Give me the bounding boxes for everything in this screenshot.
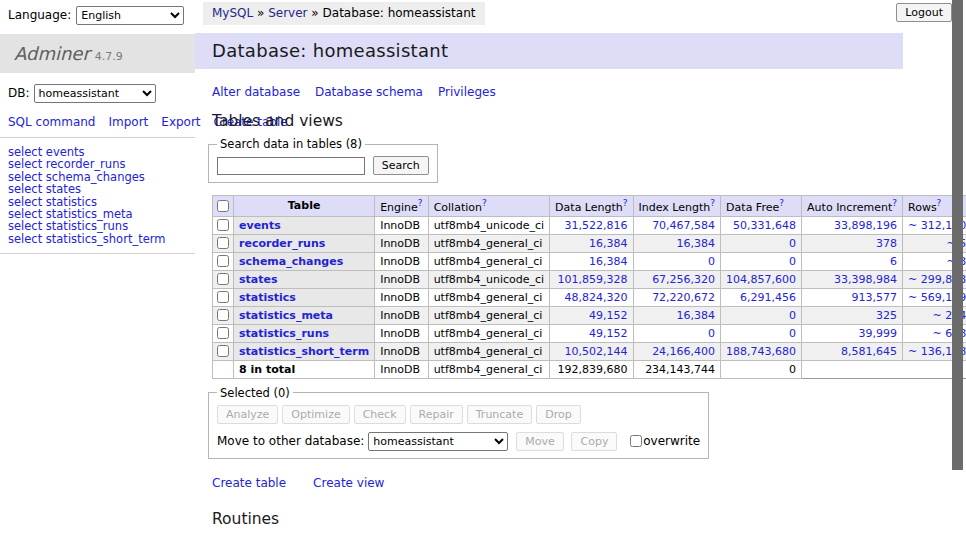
select-all-checkbox[interactable] xyxy=(217,200,229,212)
cell-value-link[interactable]: 325 xyxy=(876,309,897,322)
table-row: statisticsInnoDButf8mb4_general_ci48,824… xyxy=(213,288,966,306)
cell-value-link[interactable]: 0 xyxy=(789,327,796,340)
db-action-link[interactable]: Alter database xyxy=(212,85,300,99)
db-action-link[interactable]: Privileges xyxy=(438,85,496,99)
db-action-link[interactable]: Database schema xyxy=(315,85,423,99)
cell-index-length: 16,384 xyxy=(633,234,721,252)
cell-data-length: 48,824,320 xyxy=(550,288,633,306)
sidebar-select-link[interactable]: select recorder_runs xyxy=(8,158,195,170)
cell-value-link[interactable]: 16,384 xyxy=(589,237,628,250)
tables-table: TableEngine?Collation?Data Length?Index … xyxy=(212,195,966,379)
sidebar-select-link[interactable]: select statistics_runs xyxy=(8,220,195,232)
cell-collation: utf8mb4_general_ci xyxy=(428,324,549,342)
totals-label: 8 in total xyxy=(234,360,375,378)
cell-index-length: 0 xyxy=(633,324,721,342)
cell-value-link[interactable]: 913,577 xyxy=(852,291,898,304)
breadcrumb-link[interactable]: MySQL xyxy=(212,6,253,20)
cell-value-link[interactable]: 48,824,320 xyxy=(565,291,628,304)
sidebar-action-link[interactable]: Import xyxy=(108,115,148,129)
row-checkbox[interactable] xyxy=(217,327,229,339)
cell-value-link[interactable]: 33,398,984 xyxy=(834,273,897,286)
cell-collation: utf8mb4_general_ci xyxy=(428,252,549,270)
cell-value-link[interactable]: 188,743,680 xyxy=(726,345,796,358)
cell-data-length: 49,152 xyxy=(550,306,633,324)
cell-value-link[interactable]: 67,256,320 xyxy=(652,273,715,286)
search-button[interactable]: Search xyxy=(373,156,429,175)
table-name-link[interactable]: statistics_runs xyxy=(239,327,329,340)
column-help-link[interactable]: ? xyxy=(418,198,423,208)
cell-value-link[interactable]: 50,331,648 xyxy=(733,219,796,232)
cell-value-link[interactable]: 49,152 xyxy=(589,309,628,322)
cell-value-link[interactable]: 101,859,328 xyxy=(558,273,628,286)
cell-value-link[interactable]: 16,384 xyxy=(589,255,628,268)
row-checkbox[interactable] xyxy=(217,237,229,249)
language-select[interactable]: English xyxy=(76,6,184,25)
cell-value-link[interactable]: 0 xyxy=(708,255,715,268)
cell-value-link[interactable]: 49,152 xyxy=(589,327,628,340)
cell-data-length: 10,502,144 xyxy=(550,342,633,360)
column-help-link[interactable]: ? xyxy=(779,198,784,208)
table-name-link[interactable]: states xyxy=(239,273,278,286)
sidebar-action-link[interactable]: SQL command xyxy=(8,115,95,129)
search-legend: Search data in tables (8) xyxy=(217,137,365,151)
column-help-link[interactable]: ? xyxy=(482,198,487,208)
row-checkbox[interactable] xyxy=(217,345,229,357)
cell-value-link[interactable]: 0 xyxy=(708,327,715,340)
sidebar-divider xyxy=(0,137,195,138)
cell-value-link[interactable]: 6 xyxy=(890,255,897,268)
cell-value-link[interactable]: 0 xyxy=(789,309,796,322)
cell-value-link[interactable]: 8,581,645 xyxy=(841,345,897,358)
search-input[interactable] xyxy=(217,157,365,175)
cell-auto-increment: 913,577 xyxy=(802,288,903,306)
sidebar-select-link[interactable]: select statistics_short_term xyxy=(8,233,195,245)
row-checkbox[interactable] xyxy=(217,273,229,285)
cell-value-link[interactable]: 16,384 xyxy=(677,309,716,322)
cell-value-link[interactable]: 378 xyxy=(876,237,897,250)
row-checkbox[interactable] xyxy=(217,219,229,231)
cell-collation: utf8mb4_general_ci xyxy=(428,234,549,252)
table-name-link[interactable]: events xyxy=(239,219,281,232)
cell-value-link[interactable]: 16,384 xyxy=(677,237,716,250)
column-help-link[interactable]: ? xyxy=(710,198,715,208)
column-header: Data Length? xyxy=(550,196,633,217)
cell-collation: utf8mb4_general_ci xyxy=(428,306,549,324)
cell-value-link[interactable]: 70,467,584 xyxy=(652,219,715,232)
cell-value-link[interactable]: 72,220,672 xyxy=(652,291,715,304)
table-name-link[interactable]: statistics_short_term xyxy=(239,345,369,358)
cell-value-link[interactable]: 33,898,196 xyxy=(834,219,897,232)
table-name-link[interactable]: recorder_runs xyxy=(239,237,325,250)
table-name-link[interactable]: statistics xyxy=(239,291,296,304)
table-name-link[interactable]: schema_changes xyxy=(239,255,343,268)
cell-value-link[interactable]: 0 xyxy=(789,255,796,268)
create-link[interactable]: Create view xyxy=(313,476,384,490)
create-link[interactable]: Create table xyxy=(212,476,286,490)
cell-engine: InnoDB xyxy=(375,216,428,234)
cell-value-link[interactable]: 0 xyxy=(789,237,796,250)
row-checkbox[interactable] xyxy=(217,291,229,303)
cell-value-link[interactable]: 31,522,816 xyxy=(565,219,628,232)
column-help-link[interactable]: ? xyxy=(623,198,628,208)
column-help-link[interactable]: ? xyxy=(937,198,942,208)
db-select[interactable]: homeassistant xyxy=(34,84,156,103)
row-checkbox[interactable] xyxy=(217,309,229,321)
cell-engine: InnoDB xyxy=(375,342,428,360)
sidebar-select-link[interactable]: select states xyxy=(8,183,195,195)
row-checkbox[interactable] xyxy=(217,255,229,267)
sidebar-table-links: select eventsselect recorder_runsselect … xyxy=(0,146,195,245)
cell-value-link[interactable]: 104,857,600 xyxy=(726,273,796,286)
cell-value-link[interactable]: 39,999 xyxy=(859,327,898,340)
overwrite-checkbox[interactable] xyxy=(630,435,642,447)
scrollbar-thumb[interactable] xyxy=(952,0,963,470)
breadcrumb-link[interactable]: Server xyxy=(268,6,307,20)
cell-index-length: 70,467,584 xyxy=(633,216,721,234)
main-content: MySQL » Server » Database: homeassistant… xyxy=(195,0,903,543)
column-help-link[interactable]: ? xyxy=(892,198,897,208)
cell-data-free: 6,291,456 xyxy=(721,288,802,306)
move-db-select[interactable]: homeassistant xyxy=(368,432,508,451)
cell-value-link[interactable]: 10,502,144 xyxy=(565,345,628,358)
cell-value-link[interactable]: 6,291,456 xyxy=(740,291,796,304)
table-name-link[interactable]: statistics_meta xyxy=(239,309,333,322)
logout-button[interactable]: Logout xyxy=(896,3,952,22)
cell-value-link[interactable]: 24,166,400 xyxy=(652,345,715,358)
overwrite-label: overwrite xyxy=(643,434,700,448)
